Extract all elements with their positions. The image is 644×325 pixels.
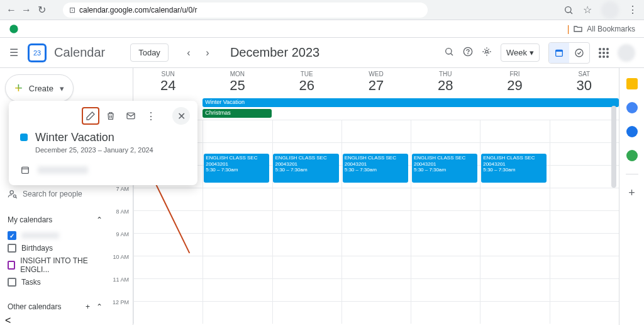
calendar-item[interactable]: Birthdays: [8, 242, 103, 254]
day-header[interactable]: TUE26: [272, 68, 341, 98]
time-slot[interactable]: [203, 234, 272, 256]
account-avatar[interactable]: [618, 44, 635, 62]
keep-icon[interactable]: [626, 78, 638, 89]
scrollbar-thumb[interactable]: [611, 106, 616, 188]
time-slot[interactable]: [272, 279, 341, 301]
time-slot[interactable]: [480, 120, 549, 142]
time-slot[interactable]: [550, 279, 619, 301]
time-slot[interactable]: [203, 256, 272, 278]
day-header[interactable]: MON25: [203, 68, 272, 98]
prev-week-button[interactable]: ‹: [181, 45, 196, 60]
more-options-button[interactable]: ⋮: [142, 107, 160, 125]
time-slot[interactable]: [272, 234, 341, 256]
view-selector[interactable]: Week ▾: [501, 43, 540, 62]
time-slot[interactable]: [203, 211, 272, 233]
main-menu-icon[interactable]: ☰: [6, 45, 21, 60]
time-slot[interactable]: [133, 256, 203, 278]
time-slot[interactable]: [272, 188, 341, 210]
time-slot[interactable]: [272, 120, 341, 142]
time-slot[interactable]: [550, 211, 619, 233]
calendar-item[interactable]: [8, 229, 103, 242]
profile-avatar[interactable]: [601, 1, 619, 19]
time-slot[interactable]: [272, 302, 341, 324]
tasks-icon[interactable]: [626, 102, 638, 113]
all-bookmarks-link[interactable]: All Bookmarks: [587, 25, 635, 33]
add-panel-icon[interactable]: +: [626, 187, 638, 198]
allday-event-winter-vacation[interactable]: Winter Vacation: [203, 98, 619, 107]
add-calendar-icon[interactable]: +: [86, 302, 90, 311]
settings-icon[interactable]: [482, 47, 492, 59]
time-slot[interactable]: [341, 120, 411, 142]
calendar-checkbox[interactable]: [8, 278, 16, 287]
browser-menu-icon[interactable]: ⋮: [628, 5, 638, 15]
allday-event-christmas[interactable]: Christmas: [203, 109, 272, 118]
time-slot[interactable]: [550, 120, 619, 142]
time-slot[interactable]: [203, 302, 272, 324]
time-slot[interactable]: [480, 256, 549, 278]
time-slot[interactable]: [411, 211, 480, 233]
tasks-view-toggle[interactable]: [569, 43, 589, 63]
reload-button[interactable]: ↻: [36, 5, 47, 15]
contacts-icon[interactable]: [626, 126, 638, 137]
calendar-checkbox[interactable]: [8, 231, 16, 240]
time-slot[interactable]: [480, 188, 549, 210]
time-slot[interactable]: [550, 166, 619, 188]
email-guests-button[interactable]: [122, 107, 140, 125]
time-slot[interactable]: [411, 256, 480, 278]
time-slot[interactable]: [203, 279, 272, 301]
search-icon[interactable]: [444, 47, 454, 59]
time-slot[interactable]: [341, 279, 411, 301]
day-header[interactable]: THU28: [411, 68, 480, 98]
google-apps-icon[interactable]: [599, 48, 609, 58]
help-icon[interactable]: [463, 47, 473, 59]
other-calendars-header[interactable]: Other calendars +⌃: [5, 299, 105, 315]
time-slot[interactable]: [480, 211, 549, 233]
time-slot[interactable]: [411, 279, 480, 301]
time-slot[interactable]: [550, 302, 619, 324]
time-slot[interactable]: [411, 234, 480, 256]
next-week-button[interactable]: ›: [200, 45, 215, 60]
maps-icon[interactable]: [626, 150, 638, 161]
calendar-event[interactable]: ENGLISH CLASS SEC200432015:30 – 7:30am: [273, 154, 338, 183]
time-slot[interactable]: [550, 188, 619, 210]
zoom-icon[interactable]: [564, 5, 574, 15]
calendar-checkbox[interactable]: [8, 261, 15, 270]
time-slot[interactable]: [272, 256, 341, 278]
time-slot[interactable]: [133, 279, 203, 301]
time-slot[interactable]: [133, 211, 203, 233]
my-calendars-header[interactable]: My calendars ⌃: [5, 212, 105, 228]
time-slot[interactable]: [550, 143, 619, 165]
calendar-checkbox[interactable]: [8, 244, 16, 253]
time-slot[interactable]: [411, 120, 480, 142]
time-slot[interactable]: [550, 256, 619, 278]
time-slot[interactable]: [480, 279, 549, 301]
time-slot[interactable]: [203, 188, 272, 210]
search-people-input[interactable]: Search for people: [5, 185, 105, 203]
calendar-event[interactable]: ENGLISH CLASS SEC200432015:30 – 7:30am: [481, 154, 547, 183]
time-slot[interactable]: [341, 256, 411, 278]
back-button[interactable]: ←: [6, 5, 16, 15]
time-slot[interactable]: [341, 211, 411, 233]
forward-button[interactable]: →: [21, 5, 31, 15]
today-button[interactable]: Today: [130, 43, 169, 62]
time-slot[interactable]: [341, 302, 411, 324]
time-slot[interactable]: [272, 211, 341, 233]
edit-event-button[interactable]: [82, 107, 99, 125]
bookmark-extension-icon[interactable]: [9, 24, 19, 34]
calendar-view-toggle[interactable]: [549, 43, 569, 63]
calendar-item[interactable]: INSIGHT INTO THE ENGLI...: [8, 254, 103, 276]
time-slot[interactable]: [341, 234, 411, 256]
time-slot[interactable]: [133, 302, 203, 324]
close-popup-button[interactable]: ✕: [172, 107, 190, 125]
time-slot[interactable]: [203, 120, 272, 142]
calendar-item[interactable]: Tasks: [8, 276, 103, 288]
day-header[interactable]: WED27: [341, 68, 411, 98]
time-slot[interactable]: [480, 234, 549, 256]
url-bar[interactable]: ⊡ calendar.google.com/calendar/u/0/r: [63, 3, 428, 18]
calendar-event[interactable]: ENGLISH CLASS SEC200432015:30 – 7:30am: [412, 154, 477, 183]
create-button[interactable]: + Create ▾: [5, 74, 74, 102]
time-slot[interactable]: [480, 302, 549, 324]
star-icon[interactable]: ☆: [582, 5, 592, 15]
calendar-event[interactable]: ENGLISH CLASS SEC200432015:30 – 7:30am: [204, 154, 269, 183]
calendar-event[interactable]: ENGLISH CLASS SEC200432015:30 – 7:30am: [343, 154, 408, 183]
